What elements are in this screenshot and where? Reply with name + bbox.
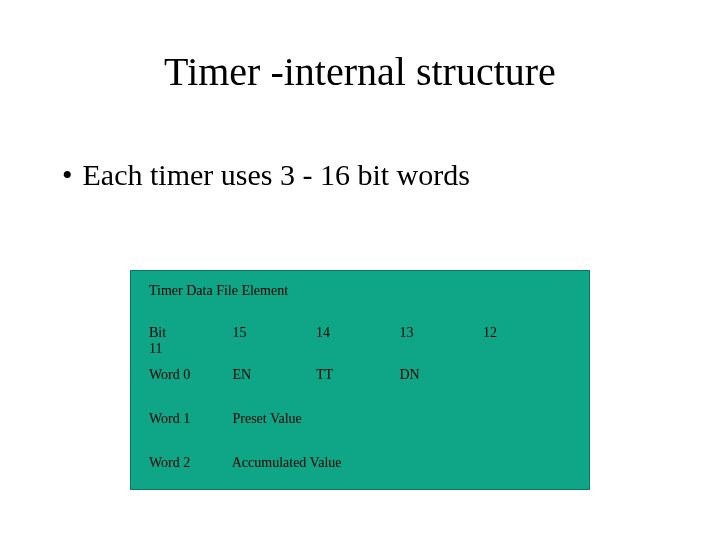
word2-label: Word 2 [149, 455, 229, 471]
bits-label: Bit [149, 325, 229, 341]
bullet-dot: • [62, 158, 73, 191]
word1-value: Preset Value [233, 411, 302, 426]
bit-15: 15 [233, 325, 313, 341]
table-row-bits: Bit 15 14 13 12 11 [149, 325, 589, 357]
table-row-word0: Word 0 EN TT DN [149, 367, 480, 383]
word0-label: Word 0 [149, 367, 229, 383]
word0-dn: DN [400, 367, 480, 383]
table-header: Timer Data File Element [149, 283, 288, 299]
bullet-line: •Each timer uses 3 - 16 bit words [62, 158, 470, 192]
bit-11: 11 [149, 341, 214, 357]
table-row-word1: Word 1 Preset Value [149, 411, 302, 427]
bit-12: 12 [483, 325, 548, 341]
bit-13: 13 [400, 325, 480, 341]
slide-title: Timer -internal structure [0, 48, 720, 95]
table-row-word2: Word 2 Accumulated Value [149, 455, 342, 471]
timer-table: Timer Data File Element Bit 15 14 13 12 … [130, 270, 590, 490]
word0-en: EN [233, 367, 313, 383]
word0-tt: TT [316, 367, 396, 383]
word2-value: Accumulated Value [232, 455, 342, 470]
word1-label: Word 1 [149, 411, 229, 427]
bullet-text: Each timer uses 3 - 16 bit words [83, 158, 470, 191]
bit-14: 14 [316, 325, 396, 341]
slide: Timer -internal structure •Each timer us… [0, 0, 720, 540]
